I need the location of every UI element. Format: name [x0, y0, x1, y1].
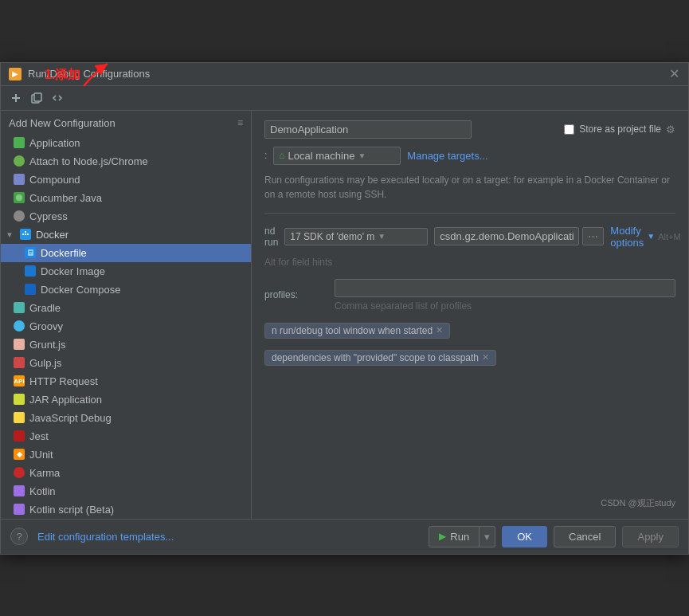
- manage-targets-link[interactable]: Manage targets...: [407, 150, 487, 162]
- cancel-button[interactable]: Cancel: [554, 526, 616, 547]
- modify-options-button[interactable]: Modify options ▼ Alt+M: [610, 225, 680, 249]
- sidebar-item-dockerfile[interactable]: Dockerfile 2.选择Dockerfile: [1, 244, 251, 262]
- svg-rect-3: [34, 93, 41, 101]
- sidebar-item-application[interactable]: Application: [1, 134, 251, 152]
- svg-rect-5: [22, 233, 24, 235]
- sidebar-item-kotlin[interactable]: Kotlin: [1, 482, 251, 500]
- target-dropdown[interactable]: ⌂ Local machine ▼: [273, 147, 401, 165]
- sidebar-item-cypress[interactable]: Cypress: [1, 207, 251, 226]
- profiles-label: profiles:: [264, 289, 328, 300]
- main-class-input[interactable]: [434, 227, 579, 245]
- copy-config-button[interactable]: [28, 89, 45, 107]
- sidebar-item-docker[interactable]: ▼ Docker: [1, 226, 251, 244]
- sdk-dropdown-arrow: ▼: [378, 232, 386, 241]
- svg-rect-8: [25, 231, 26, 233]
- and-run-label: nd run: [264, 226, 278, 248]
- sidebar-label-dockerfile: Dockerfile: [41, 247, 87, 259]
- store-as-project-label: Store as project file: [579, 124, 661, 135]
- move-config-button[interactable]: [49, 89, 66, 107]
- name-row: Store as project file ⚙: [264, 120, 675, 139]
- target-colon: :: [264, 150, 267, 161]
- sort-config-button[interactable]: [69, 89, 87, 107]
- sidebar-label-groovy: Groovy: [29, 320, 63, 332]
- sidebar-label-grunt: Grunt.js: [29, 339, 66, 351]
- jsdebug-icon: [14, 412, 25, 423]
- cypress-icon: [14, 210, 25, 222]
- sidebar-label-docker-compose: Docker Compose: [41, 284, 120, 296]
- groovy-icon: [14, 320, 25, 332]
- sidebar-item-jest[interactable]: Jest: [1, 427, 251, 445]
- gear-icon[interactable]: ⚙: [666, 124, 675, 135]
- toolbar: 1.添加: [1, 86, 688, 111]
- add-config-button[interactable]: [7, 89, 25, 107]
- sidebar-item-docker-compose[interactable]: Docker Compose: [1, 281, 251, 299]
- apply-button[interactable]: Apply: [622, 526, 679, 547]
- sidebar-label-karma: Karma: [29, 467, 60, 479]
- browse-class-button[interactable]: ⋯: [582, 227, 604, 245]
- kotlin-icon: [14, 485, 25, 496]
- kotlinscript-icon: [14, 504, 25, 515]
- target-row: : ⌂ Local machine ▼ Manage targets...: [264, 147, 675, 165]
- docker-chevron: ▼: [6, 230, 14, 239]
- tag-row: n run/debug tool window when started ✕: [264, 323, 675, 339]
- sidebar-item-docker-image[interactable]: Docker Image: [1, 262, 251, 281]
- sidebar-item-attach-node[interactable]: Attach to Node.js/Chrome: [1, 152, 251, 171]
- sidebar-label-gradle: Gradle: [29, 302, 61, 314]
- compound-icon: [14, 174, 25, 185]
- sidebar-label-compound: Compound: [29, 174, 80, 186]
- sidebar-header-text: Add New Configuration: [9, 117, 115, 129]
- profiles-hint: Comma separated list of profiles: [335, 300, 675, 312]
- sidebar-item-jar-application[interactable]: JAR Application: [1, 390, 251, 409]
- modify-shortcut: Alt+M: [658, 232, 680, 241]
- edit-templates-link[interactable]: Edit configuration templates...: [37, 531, 174, 543]
- sidebar-item-junit[interactable]: ◆ JUnit: [1, 445, 251, 464]
- docker-compose-icon: [25, 284, 36, 295]
- info-text: Run configurations may be executed local…: [264, 173, 675, 202]
- sdk-dropdown[interactable]: 17 SDK of 'demo' m ▼: [284, 228, 428, 245]
- sidebar-item-groovy[interactable]: Groovy: [1, 317, 251, 335]
- sidebar-label-cypress: Cypress: [29, 210, 68, 222]
- tag-provided-scope: dependencies with "provided" scope to cl…: [264, 350, 496, 366]
- watermark-area: CSDN @观正study: [264, 481, 675, 509]
- sidebar-header: Add New Configuration ≡: [1, 111, 251, 134]
- sidebar-item-karma[interactable]: Karma: [1, 464, 251, 482]
- help-button[interactable]: ?: [10, 528, 28, 545]
- run-button[interactable]: ▶ Run: [429, 526, 480, 547]
- sidebar-sort-icon[interactable]: ≡: [237, 117, 243, 128]
- build-run-row: nd run 17 SDK of 'demo' m ▼ ⋯ Modify opt…: [264, 225, 675, 249]
- close-button[interactable]: ✕: [667, 68, 680, 80]
- tag-close-2[interactable]: ✕: [482, 352, 489, 363]
- tag-run-debug-tool: n run/debug tool window when started ✕: [264, 323, 450, 339]
- dockerfile-icon: [25, 247, 36, 258]
- alt-hint: Alt for field hints: [264, 257, 675, 268]
- sidebar-label-docker: Docker: [36, 229, 69, 241]
- sidebar-item-http-request[interactable]: API HTTP Request: [1, 372, 251, 390]
- http-icon: API: [14, 375, 25, 386]
- tag-text-1: n run/debug tool window when started: [272, 325, 433, 336]
- tag-close-1[interactable]: ✕: [436, 325, 443, 335]
- jest-icon: [14, 430, 25, 441]
- sidebar-item-compound[interactable]: Compound: [1, 171, 251, 189]
- sidebar-label-kotlin-script: Kotlin script (Beta): [29, 504, 114, 516]
- sidebar-label-http-request: HTTP Request: [29, 375, 98, 387]
- modify-dropdown-arrow: ▼: [647, 232, 655, 241]
- store-as-project-checkbox[interactable]: [564, 124, 574, 135]
- profiles-row: profiles: Comma separated list of profil…: [264, 279, 675, 312]
- sidebar-label-jar-application: JAR Application: [29, 394, 102, 406]
- sidebar-item-grunt[interactable]: Grunt.js: [1, 335, 251, 354]
- ok-button[interactable]: OK: [502, 526, 547, 547]
- svg-point-4: [16, 194, 22, 201]
- sidebar-item-kotlin-script[interactable]: Kotlin script (Beta): [1, 500, 251, 519]
- sidebar-label-junit: JUnit: [29, 449, 53, 461]
- title-bar: ▶ Run/Debug Configurations ✕: [1, 63, 688, 86]
- dialog-title: Run/Debug Configurations: [28, 68, 150, 80]
- docker-icon: [20, 229, 31, 240]
- run-dropdown-button[interactable]: ▾: [480, 526, 495, 547]
- sidebar-item-cucumber-java[interactable]: Cucumber Java: [1, 189, 251, 207]
- sidebar-item-js-debug[interactable]: JavaScript Debug: [1, 409, 251, 427]
- sidebar-item-gulp[interactable]: Gulp.js: [1, 354, 251, 372]
- profiles-input[interactable]: [335, 279, 675, 297]
- bottom-bar: ? Edit configuration templates... ▶ Run …: [1, 519, 688, 554]
- config-name-input[interactable]: [264, 120, 472, 139]
- sidebar-item-gradle[interactable]: Gradle: [1, 299, 251, 317]
